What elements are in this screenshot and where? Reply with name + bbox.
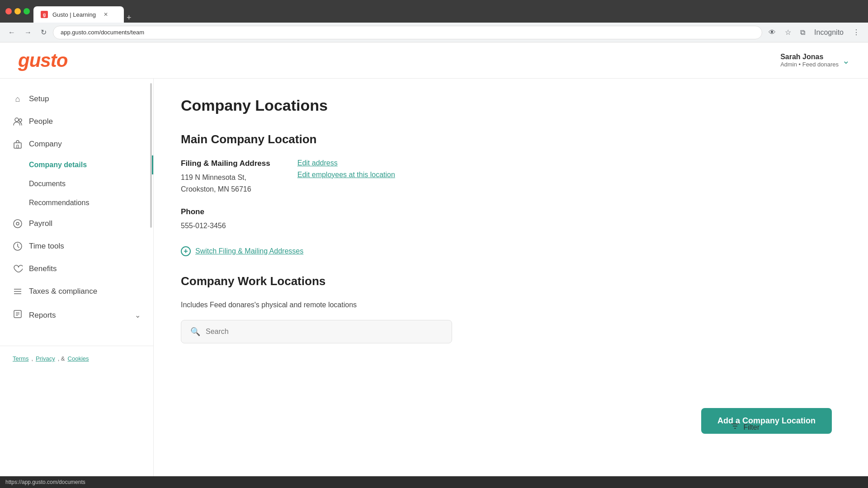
menu-icon[interactable]: ⋮ xyxy=(850,26,863,38)
work-locations-desc: Includes Feed donares's physical and rem… xyxy=(181,301,841,309)
active-tab[interactable]: g Gusto | Learning ✕ xyxy=(33,6,124,23)
filter-label: Filter xyxy=(743,423,760,432)
incognito-label[interactable]: Incognito xyxy=(811,27,846,38)
svg-point-5 xyxy=(16,222,19,225)
window-controls xyxy=(5,8,30,14)
address-bar[interactable]: app.gusto.com/documents/team xyxy=(53,26,762,39)
sidebar-item-payroll[interactable]: Payroll xyxy=(0,212,153,235)
sidebar-sub-item-company-details[interactable]: Company details xyxy=(0,155,153,174)
tab-close-icon[interactable]: ✕ xyxy=(102,11,109,18)
forward-button[interactable]: → xyxy=(22,27,34,38)
user-name: Sarah Jonas xyxy=(780,53,839,61)
sep2: , & xyxy=(58,355,65,362)
close-button[interactable] xyxy=(5,8,12,14)
address-line1: 119 N Minnesota St, xyxy=(181,172,270,183)
terms-link[interactable]: Terms xyxy=(13,355,28,362)
phone-row: Phone 555-012-3456 xyxy=(181,207,841,232)
scroll-track xyxy=(150,79,152,488)
sidebar-item-label-people: People xyxy=(29,117,53,126)
tab-bar: g Gusto | Learning ✕ + xyxy=(33,0,863,23)
sidebar-sub-item-documents[interactable]: Documents xyxy=(0,174,153,193)
back-button[interactable]: ← xyxy=(5,27,18,38)
page-title: Company Locations xyxy=(181,97,841,114)
sidebar-item-time-tools[interactable]: Time tools xyxy=(0,235,153,258)
url-text: app.gusto.com/documents/team xyxy=(61,29,144,36)
work-locations-section: Company Work Locations Includes Feed don… xyxy=(181,274,841,343)
app-header: gusto Sarah Jonas Admin • Feed donares ⌄ xyxy=(0,42,868,79)
footer-links: Terms, Privacy , & Cookies xyxy=(13,355,141,362)
home-icon: ⌂ xyxy=(13,94,23,104)
filter-button[interactable]: Filter xyxy=(731,422,760,433)
nav-actions: 👁 ☆ ⧉ Incognito ⋮ xyxy=(766,26,863,38)
tab-stack-icon[interactable]: ⧉ xyxy=(797,27,808,38)
filter-icon xyxy=(731,422,740,433)
sidebar-item-setup[interactable]: ⌂ Setup xyxy=(0,88,153,110)
switch-filing-link[interactable]: Switch Filing & Mailing Addresses xyxy=(195,247,303,255)
sidebar-item-label-benefits: Benefits xyxy=(29,264,57,273)
edit-address-link[interactable]: Edit address xyxy=(297,159,395,167)
sidebar-item-people[interactable]: People xyxy=(0,110,153,133)
scroll-thumb[interactable] xyxy=(150,83,152,228)
sep1: , xyxy=(31,355,33,362)
people-icon xyxy=(13,117,23,127)
sidebar-item-company[interactable]: Company xyxy=(0,133,153,155)
nav-bar: ← → ↻ app.gusto.com/documents/team 👁 ☆ ⧉… xyxy=(0,23,868,42)
filing-label: Filing & Mailing Address xyxy=(181,159,270,168)
svg-point-0 xyxy=(15,118,19,122)
sidebar-item-benefits[interactable]: Benefits xyxy=(0,258,153,280)
sidebar-item-label-company: Company xyxy=(29,140,62,149)
privacy-link[interactable]: Privacy xyxy=(36,355,55,362)
user-info: Sarah Jonas Admin • Feed donares xyxy=(780,53,839,68)
sidebar-sub-label-company-details: Company details xyxy=(29,161,87,169)
phone-label: Phone xyxy=(181,207,841,216)
svg-point-4 xyxy=(14,220,22,228)
user-role: Admin • Feed donares xyxy=(780,61,839,68)
company-icon xyxy=(13,139,23,149)
main-location-title: Main Company Location xyxy=(181,132,841,146)
sidebar-item-taxes[interactable]: Taxes & compliance xyxy=(0,280,153,303)
list-icon xyxy=(13,286,23,296)
tab-title: Gusto | Learning xyxy=(52,11,96,18)
sidebar-sub-label-recommendations: Recommendations xyxy=(29,199,89,207)
tab-favicon: g xyxy=(41,11,48,18)
sidebar-footer: Terms, Privacy , & Cookies xyxy=(0,346,153,371)
gusto-logo: gusto xyxy=(18,50,67,71)
filing-actions: Edit address Edit employees at this loca… xyxy=(297,159,395,179)
sidebar-item-label-time-tools: Time tools xyxy=(29,242,64,251)
address-line2: Crookston, MN 56716 xyxy=(181,183,270,195)
browser-chrome: g Gusto | Learning ✕ + xyxy=(0,0,868,23)
sidebar-sub-label-documents: Documents xyxy=(29,180,66,188)
cookies-link[interactable]: Cookies xyxy=(68,355,89,362)
status-bar: https://app.gusto.com/documents xyxy=(0,476,868,488)
eye-off-icon[interactable]: 👁 xyxy=(766,27,778,38)
clock-icon xyxy=(13,241,23,251)
sidebar-item-reports[interactable]: Reports ⌄ xyxy=(0,303,153,328)
bookmark-icon[interactable]: ☆ xyxy=(782,26,794,38)
sidebar-item-label-taxes: Taxes & compliance xyxy=(29,287,97,296)
reload-button[interactable]: ↻ xyxy=(38,26,49,38)
search-filter-row: 🔍 xyxy=(181,320,841,343)
reports-item-left: Reports xyxy=(13,309,56,321)
svg-rect-2 xyxy=(14,143,21,148)
minimize-button[interactable] xyxy=(14,8,21,14)
heart-icon xyxy=(13,264,23,274)
reports-chevron-icon: ⌄ xyxy=(135,311,141,319)
sidebar: ⌂ Setup People Comp xyxy=(0,79,154,488)
search-input[interactable] xyxy=(206,328,443,336)
new-tab-button[interactable]: + xyxy=(127,13,132,23)
search-icon: 🔍 xyxy=(190,327,200,337)
work-locations-title: Company Work Locations xyxy=(181,274,841,288)
status-url: https://app.gusto.com/documents xyxy=(5,479,85,485)
sidebar-sub-item-recommendations[interactable]: Recommendations xyxy=(0,193,153,212)
search-bar[interactable]: 🔍 xyxy=(181,320,452,343)
maximize-button[interactable] xyxy=(24,8,30,14)
user-section[interactable]: Sarah Jonas Admin • Feed donares ⌄ xyxy=(780,53,850,68)
filing-address-row: Filing & Mailing Address 119 N Minnesota… xyxy=(181,159,841,195)
edit-employees-link[interactable]: Edit employees at this location xyxy=(297,171,395,179)
svg-rect-3 xyxy=(17,145,19,148)
svg-point-1 xyxy=(19,119,22,122)
switch-link-row: + Switch Filing & Mailing Addresses xyxy=(181,246,841,256)
add-location-button[interactable]: Add a Company Location xyxy=(701,408,832,434)
phone-value: 555-012-3456 xyxy=(181,220,841,232)
sidebar-item-label-setup: Setup xyxy=(29,94,49,103)
